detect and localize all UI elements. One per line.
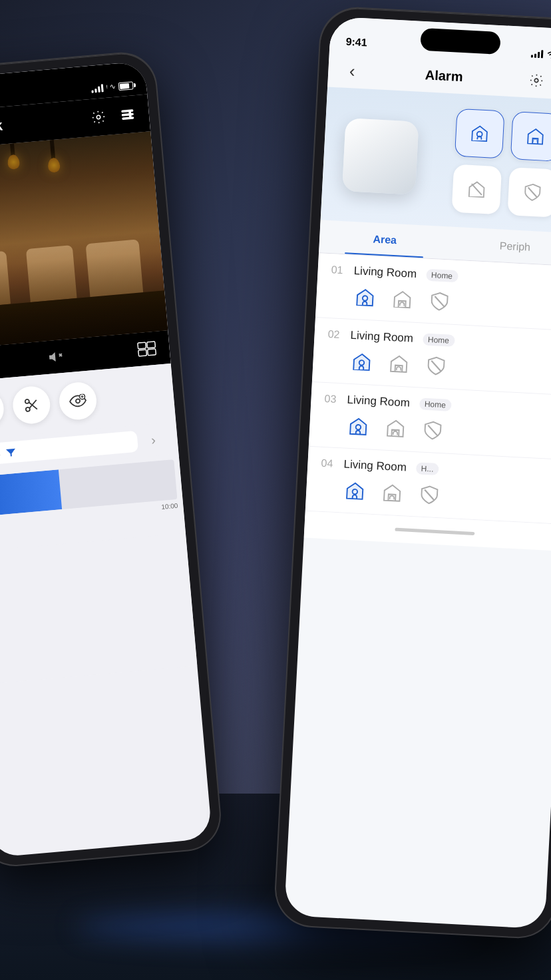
area-number-01: 01 [331,264,349,276]
disarm-mode-button[interactable] [452,164,502,215]
svg-rect-10 [148,349,156,356]
svg-line-32 [427,425,438,436]
svg-point-0 [96,115,100,119]
svg-line-26 [528,188,538,198]
right-status-icons [531,49,551,60]
home-indicator [395,527,474,535]
video-gradient [0,131,168,350]
svg-line-15 [29,400,37,408]
right-signal-icon [531,49,544,58]
left-notch [0,73,77,99]
area-home-04[interactable] [379,479,405,506]
area-tag-04: H... [415,462,439,475]
area-number-04: 04 [321,457,339,470]
svg-rect-8 [147,342,156,348]
area-home-03[interactable] [382,415,409,442]
area-icons-row-02 [326,348,551,385]
area-icons-row-01 [329,283,551,320]
chevron-right-icon: › [150,432,156,447]
arrow-right-button[interactable]: › [142,428,165,451]
svg-rect-7 [138,342,146,349]
area-home-01[interactable] [389,286,416,313]
battery-icon [118,81,134,91]
right-wifi-icon [546,50,551,59]
disarm-icon [466,179,488,200]
area-home-02[interactable] [385,351,412,377]
filter-icon [5,447,17,458]
mute-icon[interactable] [47,350,64,364]
area-number-03: 03 [324,393,342,405]
area-name-04: Living Room [343,458,407,475]
right-phone-screen: 9:41 [284,17,551,929]
area-tag-03: Home [419,397,451,411]
area-shield-off-03[interactable] [419,417,446,444]
area-away-active-04[interactable] [341,478,368,505]
away-mode-button[interactable] [455,109,505,159]
right-settings-button[interactable] [524,69,548,93]
area-number-02: 02 [327,328,345,341]
left-app-title: Playback [0,110,81,139]
area-tag-01: Home [426,269,459,282]
record-button[interactable] [0,389,5,429]
svg-point-19 [534,79,538,83]
hub-device [342,118,419,195]
status-time: 9:41 [345,36,367,49]
video-area[interactable]: 1/4 [0,131,168,350]
right-header-actions [524,69,551,94]
area-shield-off-04[interactable] [416,481,443,508]
alarm-title: Alarm [363,64,526,88]
area-away-active-03[interactable] [345,413,371,440]
area-away-active-01[interactable] [352,284,379,311]
svg-rect-2 [122,114,134,116]
area-list: 01 Living Room Home [305,253,551,525]
scissors-icon [23,396,40,413]
timeline-end: 10:00 [161,502,178,511]
right-phone: 9:41 [274,7,551,939]
home-mode-button[interactable] [510,111,551,162]
mode-buttons-grid [452,109,551,218]
svg-rect-3 [122,117,134,119]
clip-button[interactable] [11,385,52,425]
area-shield-off-02[interactable] [423,353,449,379]
svg-marker-18 [6,449,16,457]
eye-settings-button[interactable] [58,381,98,421]
back-button[interactable]: ‹ [341,60,364,83]
wifi-icon: ᵎ [105,83,107,93]
area-icons-row-04 [319,477,551,514]
area-name-01: Living Room [353,264,417,281]
away-mode-icon [469,123,490,144]
hub-area [321,87,551,234]
wifi-symbol: ∿ [110,83,116,92]
svg-line-30 [431,361,442,371]
area-away-active-02[interactable] [349,349,375,375]
area-icons-row-03 [323,412,551,449]
back-icon: ‹ [349,61,355,81]
left-bottom-area [0,533,197,685]
tab-area[interactable]: Area [319,220,451,259]
signal-icon [91,84,104,93]
svg-point-16 [76,399,81,403]
menu-icon[interactable] [116,103,139,126]
svg-line-28 [435,296,445,307]
svg-rect-1 [122,110,133,112]
shield-off-button[interactable] [507,167,551,218]
area-name-03: Living Room [347,393,410,410]
dynamic-island [420,28,501,55]
area-name-02: Living Room [350,329,413,346]
svg-point-12 [25,399,30,404]
area-shield-off-01[interactable] [426,288,453,315]
multiscreen-icon[interactable] [137,341,157,357]
right-settings-icon [528,73,544,88]
svg-line-34 [424,490,435,501]
left-status-icons: ᵎ ∿ [91,80,134,93]
svg-rect-9 [138,350,147,356]
shield-off-icon [522,182,543,203]
date-text: 2023 [0,448,1,461]
area-tag-02: Home [422,334,455,347]
settings-button[interactable] [87,106,110,129]
home-mode-icon [525,126,546,147]
eye-settings-icon [69,393,87,408]
